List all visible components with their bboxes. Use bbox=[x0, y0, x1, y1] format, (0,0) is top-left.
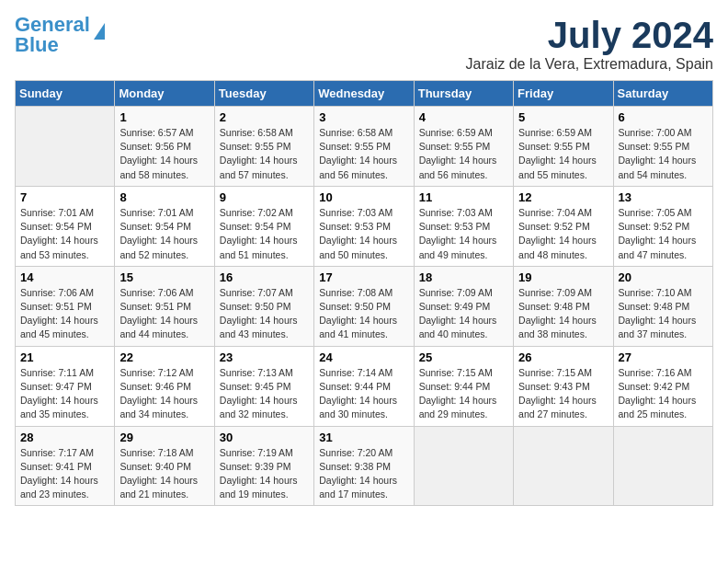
day-of-week-header: Sunday bbox=[16, 81, 115, 107]
calendar-cell: 9Sunrise: 7:02 AMSunset: 9:54 PMDaylight… bbox=[214, 186, 313, 266]
day-number: 23 bbox=[220, 350, 309, 364]
day-info: Sunrise: 7:12 AMSunset: 9:46 PMDaylight:… bbox=[119, 366, 209, 422]
day-of-week-header: Wednesday bbox=[314, 81, 414, 107]
day-number: 25 bbox=[419, 350, 508, 364]
calendar-cell: 3Sunrise: 6:58 AMSunset: 9:55 PMDaylight… bbox=[314, 107, 414, 187]
day-info: Sunrise: 7:10 AMSunset: 9:48 PMDaylight:… bbox=[619, 286, 708, 342]
day-number: 21 bbox=[20, 350, 109, 364]
calendar-cell: 24Sunrise: 7:14 AMSunset: 9:44 PMDayligh… bbox=[314, 346, 414, 426]
calendar-header-row: SundayMondayTuesdayWednesdayThursdayFrid… bbox=[16, 81, 713, 107]
calendar-cell: 27Sunrise: 7:16 AMSunset: 9:42 PMDayligh… bbox=[613, 346, 712, 426]
calendar-cell: 8Sunrise: 7:01 AMSunset: 9:54 PMDaylight… bbox=[115, 186, 214, 266]
calendar-cell: 15Sunrise: 7:06 AMSunset: 9:51 PMDayligh… bbox=[115, 266, 214, 346]
day-number: 1 bbox=[119, 110, 209, 124]
calendar-cell: 21Sunrise: 7:11 AMSunset: 9:47 PMDayligh… bbox=[16, 346, 115, 426]
day-info: Sunrise: 7:16 AMSunset: 9:42 PMDaylight:… bbox=[619, 366, 708, 422]
day-info: Sunrise: 7:15 AMSunset: 9:44 PMDaylight:… bbox=[419, 366, 508, 422]
calendar-cell: 4Sunrise: 6:59 AMSunset: 9:55 PMDaylight… bbox=[414, 107, 513, 187]
day-of-week-header: Tuesday bbox=[214, 81, 313, 107]
day-number: 12 bbox=[518, 190, 608, 204]
day-info: Sunrise: 7:03 AMSunset: 9:53 PMDaylight:… bbox=[319, 206, 408, 262]
day-number: 6 bbox=[619, 110, 708, 124]
calendar-week-row: 28Sunrise: 7:17 AMSunset: 9:41 PMDayligh… bbox=[16, 426, 713, 506]
calendar-cell: 7Sunrise: 7:01 AMSunset: 9:54 PMDaylight… bbox=[16, 186, 115, 266]
calendar-cell: 31Sunrise: 7:20 AMSunset: 9:38 PMDayligh… bbox=[314, 426, 414, 506]
day-number: 3 bbox=[319, 110, 408, 124]
calendar-cell: 18Sunrise: 7:09 AMSunset: 9:49 PMDayligh… bbox=[414, 266, 513, 346]
day-of-week-header: Monday bbox=[115, 81, 214, 107]
day-number: 27 bbox=[619, 350, 708, 364]
logo: GeneralBlue bbox=[15, 15, 105, 55]
day-info: Sunrise: 7:09 AMSunset: 9:48 PMDaylight:… bbox=[518, 286, 608, 342]
day-info: Sunrise: 6:57 AMSunset: 9:56 PMDaylight:… bbox=[119, 126, 209, 182]
calendar-cell: 10Sunrise: 7:03 AMSunset: 9:53 PMDayligh… bbox=[314, 186, 414, 266]
calendar-cell: 12Sunrise: 7:04 AMSunset: 9:52 PMDayligh… bbox=[514, 186, 613, 266]
calendar-cell: 28Sunrise: 7:17 AMSunset: 9:41 PMDayligh… bbox=[16, 426, 115, 506]
day-number: 30 bbox=[220, 431, 309, 444]
day-info: Sunrise: 6:59 AMSunset: 9:55 PMDaylight:… bbox=[518, 126, 608, 182]
calendar-cell: 13Sunrise: 7:05 AMSunset: 9:52 PMDayligh… bbox=[613, 186, 712, 266]
day-info: Sunrise: 7:06 AMSunset: 9:51 PMDaylight:… bbox=[119, 286, 209, 342]
calendar-cell bbox=[16, 107, 115, 187]
day-number: 26 bbox=[518, 350, 608, 364]
day-info: Sunrise: 7:01 AMSunset: 9:54 PMDaylight:… bbox=[20, 206, 109, 262]
location: Jaraiz de la Vera, Extremadura, Spain bbox=[466, 56, 713, 73]
day-number: 2 bbox=[220, 110, 309, 124]
day-number: 8 bbox=[119, 190, 209, 204]
calendar-cell: 30Sunrise: 7:19 AMSunset: 9:39 PMDayligh… bbox=[214, 426, 313, 506]
day-number: 15 bbox=[119, 270, 209, 284]
day-number: 5 bbox=[518, 110, 608, 124]
day-info: Sunrise: 7:14 AMSunset: 9:44 PMDaylight:… bbox=[319, 366, 408, 422]
day-number: 18 bbox=[419, 270, 508, 284]
day-info: Sunrise: 7:03 AMSunset: 9:53 PMDaylight:… bbox=[419, 206, 508, 262]
calendar-cell: 20Sunrise: 7:10 AMSunset: 9:48 PMDayligh… bbox=[613, 266, 712, 346]
day-info: Sunrise: 7:15 AMSunset: 9:43 PMDaylight:… bbox=[518, 366, 608, 422]
title-section: July 2024 Jaraiz de la Vera, Extremadura… bbox=[466, 15, 713, 73]
day-of-week-header: Thursday bbox=[414, 81, 513, 107]
day-info: Sunrise: 6:58 AMSunset: 9:55 PMDaylight:… bbox=[319, 126, 408, 182]
day-info: Sunrise: 7:00 AMSunset: 9:55 PMDaylight:… bbox=[619, 126, 708, 182]
day-info: Sunrise: 7:07 AMSunset: 9:50 PMDaylight:… bbox=[220, 286, 309, 342]
calendar-cell: 19Sunrise: 7:09 AMSunset: 9:48 PMDayligh… bbox=[514, 266, 613, 346]
day-number: 17 bbox=[319, 270, 408, 284]
day-info: Sunrise: 6:59 AMSunset: 9:55 PMDaylight:… bbox=[419, 126, 508, 182]
calendar-week-row: 7Sunrise: 7:01 AMSunset: 9:54 PMDaylight… bbox=[16, 186, 713, 266]
day-info: Sunrise: 7:17 AMSunset: 9:41 PMDaylight:… bbox=[20, 446, 109, 502]
calendar-cell: 22Sunrise: 7:12 AMSunset: 9:46 PMDayligh… bbox=[115, 346, 214, 426]
day-number: 31 bbox=[319, 431, 408, 444]
calendar-week-row: 14Sunrise: 7:06 AMSunset: 9:51 PMDayligh… bbox=[16, 266, 713, 346]
day-number: 4 bbox=[419, 110, 508, 124]
day-number: 9 bbox=[220, 190, 309, 204]
day-info: Sunrise: 7:19 AMSunset: 9:39 PMDaylight:… bbox=[220, 446, 309, 502]
page-header: GeneralBlue July 2024 Jaraiz de la Vera,… bbox=[15, 15, 713, 73]
calendar-cell: 14Sunrise: 7:06 AMSunset: 9:51 PMDayligh… bbox=[16, 266, 115, 346]
calendar-week-row: 1Sunrise: 6:57 AMSunset: 9:56 PMDaylight… bbox=[16, 107, 713, 187]
calendar-cell: 25Sunrise: 7:15 AMSunset: 9:44 PMDayligh… bbox=[414, 346, 513, 426]
day-info: Sunrise: 7:08 AMSunset: 9:50 PMDaylight:… bbox=[319, 286, 408, 342]
calendar-cell: 11Sunrise: 7:03 AMSunset: 9:53 PMDayligh… bbox=[414, 186, 513, 266]
day-info: Sunrise: 7:18 AMSunset: 9:40 PMDaylight:… bbox=[119, 446, 209, 502]
day-number: 20 bbox=[619, 270, 708, 284]
calendar-cell bbox=[514, 426, 613, 506]
day-number: 19 bbox=[518, 270, 608, 284]
calendar-cell: 26Sunrise: 7:15 AMSunset: 9:43 PMDayligh… bbox=[514, 346, 613, 426]
calendar-cell: 23Sunrise: 7:13 AMSunset: 9:45 PMDayligh… bbox=[214, 346, 313, 426]
day-number: 10 bbox=[319, 190, 408, 204]
calendar-cell: 16Sunrise: 7:07 AMSunset: 9:50 PMDayligh… bbox=[214, 266, 313, 346]
day-number: 7 bbox=[20, 190, 109, 204]
day-info: Sunrise: 7:20 AMSunset: 9:38 PMDaylight:… bbox=[319, 446, 408, 502]
calendar-cell: 17Sunrise: 7:08 AMSunset: 9:50 PMDayligh… bbox=[314, 266, 414, 346]
day-number: 24 bbox=[319, 350, 408, 364]
calendar-cell bbox=[414, 426, 513, 506]
calendar-cell: 6Sunrise: 7:00 AMSunset: 9:55 PMDaylight… bbox=[613, 107, 712, 187]
day-info: Sunrise: 7:01 AMSunset: 9:54 PMDaylight:… bbox=[119, 206, 209, 262]
day-info: Sunrise: 6:58 AMSunset: 9:55 PMDaylight:… bbox=[220, 126, 309, 182]
day-number: 28 bbox=[20, 431, 109, 444]
day-info: Sunrise: 7:11 AMSunset: 9:47 PMDaylight:… bbox=[20, 366, 109, 422]
day-info: Sunrise: 7:02 AMSunset: 9:54 PMDaylight:… bbox=[220, 206, 309, 262]
calendar-cell: 5Sunrise: 6:59 AMSunset: 9:55 PMDaylight… bbox=[514, 107, 613, 187]
day-info: Sunrise: 7:04 AMSunset: 9:52 PMDaylight:… bbox=[518, 206, 608, 262]
calendar-week-row: 21Sunrise: 7:11 AMSunset: 9:47 PMDayligh… bbox=[16, 346, 713, 426]
day-info: Sunrise: 7:09 AMSunset: 9:49 PMDaylight:… bbox=[419, 286, 508, 342]
day-number: 13 bbox=[619, 190, 708, 204]
